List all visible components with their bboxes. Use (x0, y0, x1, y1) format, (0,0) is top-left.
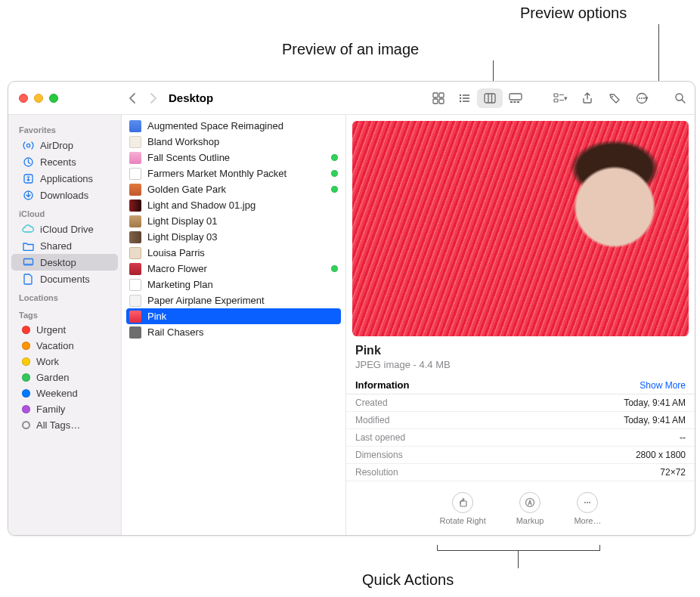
svg-rect-18 (554, 99, 558, 102)
sidebar-section-tags: Tags (8, 305, 121, 322)
tags-button[interactable] (602, 88, 627, 109)
downloads-icon (22, 189, 34, 201)
file-name: Louisa Parris (147, 247, 205, 258)
sidebar-item-label: Garden (36, 372, 69, 383)
file-thumb-icon (129, 326, 141, 339)
svg-point-21 (612, 96, 613, 97)
forward-button[interactable] (143, 88, 164, 109)
sidebar-item-label: Vacation (36, 340, 74, 351)
quick-action-rotate[interactable]: Rotate Right (440, 492, 486, 525)
close-button[interactable] (19, 94, 28, 103)
search-button[interactable] (667, 88, 692, 109)
file-row[interactable]: Augmented Space Reimagined (122, 118, 345, 134)
file-row[interactable]: Golden Gate Park (122, 181, 345, 197)
file-thumb-icon (129, 295, 141, 307)
sidebar-tag-urgent[interactable]: Urgent (11, 322, 118, 338)
cloud-icon (22, 223, 34, 235)
file-thumb-icon (129, 279, 141, 291)
airdrop-icon (22, 139, 34, 151)
file-row[interactable]: Light Display 01 (122, 213, 345, 229)
file-row[interactable]: Fall Scents Outline (122, 150, 345, 165)
view-list-button[interactable] (451, 88, 477, 108)
file-name: Golden Gate Park (147, 184, 226, 195)
document-icon (22, 273, 34, 285)
sidebar-item-recents[interactable]: Recents (11, 153, 118, 170)
sidebar-item-label: All Tags… (36, 419, 80, 431)
svg-line-27 (682, 100, 685, 103)
markup-icon (519, 492, 540, 513)
view-gallery-button[interactable] (503, 88, 528, 108)
file-row[interactable]: Light Display 03 (122, 229, 345, 245)
info-key: Dimensions (355, 450, 403, 460)
file-row[interactable]: Farmers Market Monthly Packet (122, 165, 345, 181)
sidebar-item-applications[interactable]: Applications (11, 170, 118, 187)
show-more-link[interactable]: Show More (640, 380, 686, 391)
svg-rect-14 (510, 101, 513, 103)
tag-dot-icon (22, 357, 30, 366)
sidebar-item-desktop[interactable]: Desktop (11, 254, 118, 271)
file-row[interactable]: Light and Shadow 01.jpg (122, 197, 345, 213)
file-row[interactable]: Marketing Plan (122, 277, 345, 292)
info-value: Today, 9:41 AM (624, 397, 686, 408)
quick-action-more[interactable]: More… (574, 492, 601, 525)
sidebar-tag-work[interactable]: Work (11, 354, 118, 370)
file-name: Light and Shadow 01.jpg (147, 200, 256, 211)
file-row[interactable]: Paper Airplane Experiment (122, 292, 345, 308)
action-button[interactable]: ▾ (630, 88, 654, 109)
quick-action-markup[interactable]: Markup (516, 492, 544, 525)
info-key: Resolution (355, 467, 398, 478)
file-row[interactable]: Bland Workshop (122, 134, 345, 150)
svg-point-24 (641, 97, 643, 99)
svg-rect-5 (463, 94, 469, 96)
sidebar-section-locations: Locations (8, 287, 121, 305)
file-thumb-icon (129, 263, 141, 275)
sidebar-tag-vacation[interactable]: Vacation (11, 338, 118, 354)
tag-marker-icon (331, 265, 338, 272)
view-segmented (426, 88, 528, 108)
sidebar-section-icloud: iCloud (8, 203, 121, 221)
file-thumb-icon (129, 215, 141, 227)
info-row-modified: ModifiedToday, 9:41 AM (346, 412, 695, 429)
info-value: 72×72 (660, 467, 686, 478)
zoom-button[interactable] (49, 94, 58, 103)
callout-bracket (437, 550, 600, 551)
sidebar-tag-all[interactable]: All Tags… (11, 417, 118, 433)
group-button[interactable]: ▾ (548, 88, 572, 109)
svg-point-6 (460, 97, 461, 98)
location-title: Desktop (169, 91, 213, 104)
quick-action-label: Rotate Right (440, 516, 486, 525)
file-row[interactable]: Rail Chasers (122, 324, 345, 340)
tag-dot-icon (22, 405, 30, 413)
sidebar-tag-family[interactable]: Family (11, 401, 118, 417)
clock-icon (22, 156, 34, 168)
sidebar-item-icloud-drive[interactable]: iCloud Drive (11, 221, 118, 237)
info-key: Created (355, 397, 388, 408)
svg-rect-15 (514, 101, 516, 103)
file-thumb-icon (129, 136, 141, 148)
sidebar-item-shared[interactable]: Shared (11, 237, 118, 254)
minimize-button[interactable] (34, 94, 43, 103)
file-name: Light Display 03 (147, 231, 218, 243)
sidebar-item-documents[interactable]: Documents (11, 271, 118, 287)
file-row[interactable]: Macro Flower (122, 261, 345, 277)
chevron-down-icon: ▾ (564, 94, 568, 102)
sidebar-item-downloads[interactable]: Downloads (11, 187, 118, 203)
sidebar-item-airdrop[interactable]: AirDrop (11, 137, 118, 153)
file-thumb-icon (129, 120, 141, 132)
back-button[interactable] (122, 88, 143, 109)
view-columns-button[interactable] (477, 88, 503, 108)
sidebar-item-label: Documents (40, 274, 90, 285)
sidebar-tag-weekend[interactable]: Weekend (11, 385, 118, 401)
file-thumb-icon (129, 200, 141, 212)
file-name: Paper Airplane Experiment (147, 295, 265, 306)
preview-title: Pink (355, 344, 686, 357)
file-name: Augmented Space Reimagined (147, 120, 283, 131)
view-icons-button[interactable] (426, 88, 451, 108)
quick-actions: Rotate Right Markup More… (346, 481, 695, 533)
sidebar-tag-garden[interactable]: Garden (11, 370, 118, 385)
share-button[interactable] (575, 88, 599, 109)
svg-rect-3 (439, 99, 444, 104)
file-row-selected[interactable]: Pink (126, 308, 341, 324)
all-tags-icon (22, 421, 30, 429)
file-row[interactable]: Louisa Parris (122, 245, 345, 261)
